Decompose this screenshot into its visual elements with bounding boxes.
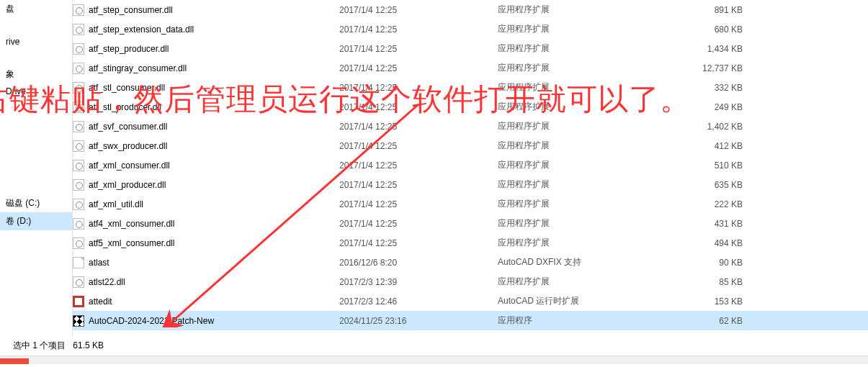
file-size: 90 KB xyxy=(642,253,743,272)
file-row[interactable]: AutoCAD-2024-2021-Patch-New2024/11/25 23… xyxy=(73,311,868,330)
file-name: atf_xml_util.dll xyxy=(89,199,143,209)
dll-icon xyxy=(73,101,84,113)
sidebar-item-11[interactable] xyxy=(0,178,72,194)
file-date: 2017/1/4 12:25 xyxy=(339,136,498,155)
file-row[interactable]: atf_stingray_consumer.dll2017/1/4 12:25应… xyxy=(73,58,868,78)
file-date: 2017/1/4 12:25 xyxy=(339,117,498,136)
file-size: 510 KB xyxy=(642,155,743,175)
file-name: atf_step_consumer.dll xyxy=(89,5,173,15)
file-type: 应用程序扩展 xyxy=(498,194,642,214)
file-row[interactable]: atf_step_extension_data.dll2017/1/4 12:2… xyxy=(73,19,868,39)
taskbar-red-indicator xyxy=(0,358,29,364)
file-name: atf5_xml_consumer.dll xyxy=(89,238,174,248)
file-name: atf_step_producer.dll xyxy=(89,44,169,54)
status-size: 61.5 KB xyxy=(73,340,104,350)
file-name: atf_svf_consumer.dll xyxy=(89,122,167,132)
file-size: 412 KB xyxy=(642,136,743,155)
file-type: 应用程序扩展 xyxy=(498,175,642,194)
file-type: AutoCAD DXFIX 支持 xyxy=(498,253,642,272)
file-type: 应用程序扩展 xyxy=(498,78,642,97)
dll-icon xyxy=(73,82,84,94)
sidebar-item-3[interactable] xyxy=(0,50,72,65)
file-type: 应用程序扩展 xyxy=(498,272,642,291)
status-bar: 选中 1 个项目 61.5 KB xyxy=(0,338,868,355)
file-type: 应用程序扩展 xyxy=(498,58,642,78)
dll-icon xyxy=(73,218,84,230)
file-row[interactable]: atlast2016/12/6 8:20AutoCAD DXFIX 支持90 K… xyxy=(73,253,868,272)
file-row[interactable]: attedit2017/2/3 12:46AutoCAD 运行时扩展153 KB xyxy=(73,291,868,311)
file-date: 2017/2/3 12:46 xyxy=(339,291,498,311)
file-type: 应用程序扩展 xyxy=(498,117,642,136)
file-size: 153 KB xyxy=(642,291,743,311)
file-row[interactable]: atf_xml_util.dll2017/1/4 12:25应用程序扩展222 … xyxy=(73,194,868,214)
dll-icon xyxy=(73,140,84,152)
file-size: 431 KB xyxy=(642,214,743,233)
file-row[interactable]: atf_swx_producer.dll2017/1/4 12:25应用程序扩展… xyxy=(73,136,868,155)
file-row[interactable]: atf4_xml_consumer.dll2017/1/4 12:25应用程序扩… xyxy=(73,214,868,233)
file-row[interactable]: atf_xml_consumer.dll2017/1/4 12:25应用程序扩展… xyxy=(73,155,868,175)
file-row[interactable]: atf_step_producer.dll2017/1/4 12:25应用程序扩… xyxy=(73,39,868,58)
file-size: 332 KB xyxy=(642,78,743,97)
file-type: 应用程序扩展 xyxy=(498,0,642,19)
file-date: 2017/1/4 12:25 xyxy=(339,97,498,117)
file-row[interactable]: atf_stl_producer.dll2017/1/4 12:25应用程序扩展… xyxy=(73,97,868,117)
file-row[interactable]: atf_xml_producer.dll2017/1/4 12:25应用程序扩展… xyxy=(73,175,868,194)
file-date: 2017/1/4 12:25 xyxy=(339,214,498,233)
file-row[interactable]: atf_step_consumer.dll2017/1/4 12:25应用程序扩… xyxy=(73,0,868,19)
file-size: 635 KB xyxy=(642,175,743,194)
patch-icon xyxy=(73,315,84,327)
file-type: 应用程序 xyxy=(498,311,642,330)
file-name: atf_stl_producer.dll xyxy=(89,102,161,112)
sidebar-item-8[interactable] xyxy=(0,131,72,147)
sidebar-item-9[interactable] xyxy=(0,147,72,163)
dll-icon xyxy=(73,179,84,191)
file-list-area: atf_step_consumer.dll2017/1/4 12:25应用程序扩… xyxy=(73,0,868,338)
file-date: 2017/1/4 12:25 xyxy=(339,194,498,214)
file-date: 2017/1/4 12:25 xyxy=(339,19,498,39)
file-date: 2024/11/25 23:16 xyxy=(339,311,498,330)
sidebar-item-10[interactable] xyxy=(0,163,72,178)
file-name: atf_xml_producer.dll xyxy=(89,180,166,190)
sidebar-item-12[interactable]: 磁盘 (C:) xyxy=(0,194,72,212)
dll-icon xyxy=(73,199,84,210)
file-type: AutoCAD 运行时扩展 xyxy=(498,291,642,311)
file-date: 2017/1/4 12:25 xyxy=(339,39,498,58)
file-size: 1,402 KB xyxy=(642,117,743,136)
file-name: atf_step_extension_data.dll xyxy=(89,24,194,35)
sidebar-item-1[interactable] xyxy=(0,18,72,34)
file-size: 494 KB xyxy=(642,233,743,253)
file-type: 应用程序扩展 xyxy=(498,155,642,175)
file-date: 2017/1/4 12:25 xyxy=(339,155,498,175)
sidebar-item-4[interactable]: 象 xyxy=(0,65,72,83)
nav-sidebar: 盘 rive 象Drive 磁盘 (C:)卷 (D:) xyxy=(0,0,73,338)
sidebar-item-0[interactable]: 盘 xyxy=(0,0,72,18)
sidebar-item-2[interactable]: rive xyxy=(0,34,72,50)
file-size: 12,737 KB xyxy=(642,58,743,78)
file-size: 62 KB xyxy=(642,311,743,330)
file-size: 85 KB xyxy=(642,272,743,291)
file-name: atf_swx_producer.dll xyxy=(89,141,167,151)
file-name: atf_stl_consumer.dll xyxy=(89,83,165,93)
sidebar-item-7[interactable] xyxy=(0,115,72,131)
dll-icon xyxy=(73,4,84,16)
status-selection: 选中 1 个项目 xyxy=(13,340,66,350)
file-row[interactable]: atf5_xml_consumer.dll2017/1/4 12:25应用程序扩… xyxy=(73,233,868,253)
file-row[interactable]: atlst22.dll2017/2/3 12:39应用程序扩展85 KB xyxy=(73,272,868,291)
taskbar-strip xyxy=(0,355,868,364)
dll-icon xyxy=(73,160,84,171)
file-name: AutoCAD-2024-2021-Patch-New xyxy=(89,316,214,326)
dll-icon xyxy=(73,276,84,288)
file-row[interactable]: atf_svf_consumer.dll2017/1/4 12:25应用程序扩展… xyxy=(73,117,868,136)
file-size: 891 KB xyxy=(642,0,743,19)
file-type: 应用程序扩展 xyxy=(498,39,642,58)
sidebar-item-6[interactable] xyxy=(0,99,72,115)
file-date: 2017/1/4 12:25 xyxy=(339,233,498,253)
dll-icon xyxy=(73,24,84,35)
file-type: 应用程序扩展 xyxy=(498,233,642,253)
sidebar-item-5[interactable]: Drive xyxy=(0,83,72,99)
file-name: atlast xyxy=(89,258,109,268)
file-name: atf4_xml_consumer.dll xyxy=(89,219,174,229)
sidebar-item-13[interactable]: 卷 (D:) xyxy=(0,212,72,230)
file-size: 680 KB xyxy=(642,19,743,39)
file-row[interactable]: atf_stl_consumer.dll2017/1/4 12:25应用程序扩展… xyxy=(73,78,868,97)
